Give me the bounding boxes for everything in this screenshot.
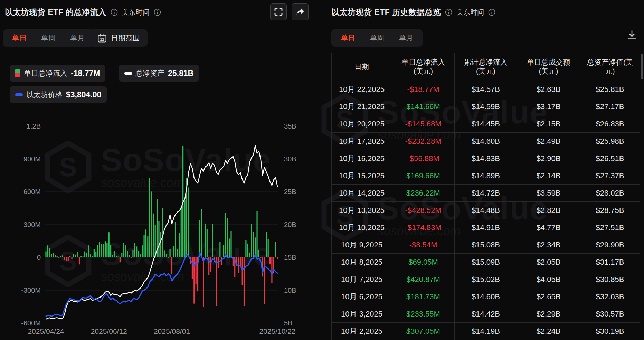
inflow-bar[interactable] [116,256,117,257]
tab-left-1[interactable]: 单周 [34,33,63,43]
inflow-bar[interactable] [120,257,121,262]
inflow-bar[interactable] [219,242,220,257]
inflow-bar[interactable] [58,257,59,258]
inflow-bar[interactable] [92,256,93,257]
table-scrollbar[interactable] [641,54,643,79]
inflow-bar[interactable] [181,207,182,257]
inflow-bar[interactable] [230,231,231,257]
inflow-bar[interactable] [112,255,113,257]
inflow-bar[interactable] [75,255,76,257]
inflow-bar[interactable] [166,254,167,257]
inflow-bar[interactable] [155,225,156,257]
inflow-bar[interactable] [153,214,154,257]
date-range-button[interactable]: 12 日期范围 [90,29,148,47]
inflow-bar[interactable] [158,221,159,257]
total-net-assets-line[interactable] [46,145,277,319]
inflow-bar[interactable] [225,213,226,257]
inflow-bar[interactable] [99,242,100,257]
inflow-bar[interactable] [47,245,48,257]
inflow-bar[interactable] [244,257,245,306]
inflow-bar[interactable] [240,257,241,266]
tab-left-2[interactable]: 单月 [63,33,92,43]
table-row[interactable]: 10月 9,2025-$8.54M$15.08B$2.34B$29.90B [331,236,640,253]
inflow-bar[interactable] [68,257,69,261]
table-row[interactable]: 10月 10,2025-$174.83M$14.91B$4.77B$27.51B [331,219,640,236]
inflow-bar[interactable] [147,236,148,257]
inflow-bar[interactable] [86,253,87,257]
inflow-bar[interactable] [196,257,197,284]
inflow-bar[interactable] [271,257,272,283]
inflow-bar[interactable] [73,254,74,258]
table-row[interactable]: 10月 2,2025$307.05M$14.19B$2.24B$30.19B [331,322,640,340]
inflow-bar[interactable] [79,257,80,264]
inflow-bar[interactable] [242,257,243,285]
table-row[interactable]: 10月 14,2025$236.22M$14.72B$3.59B$28.02B [331,184,640,201]
inflow-bar[interactable] [132,250,133,257]
inflow-bar[interactable] [170,249,171,257]
inflow-bar[interactable] [201,209,202,257]
inflow-bar[interactable] [277,257,278,259]
inflow-bar[interactable] [245,240,246,257]
table-row[interactable]: 10月 21,2025$141.66M$14.59B$3.17B$27.17B [331,98,640,115]
inflow-bar[interactable] [149,178,150,257]
table-row[interactable]: 10月 6,2025$181.73M$14.60B$2.65B$32.03B [331,288,640,305]
tab-right-1[interactable]: 单周 [362,33,391,43]
tab-right-0[interactable]: 单日 [333,33,362,43]
legend-total-assets[interactable]: 总净资产 25.81B [119,65,199,82]
inflow-bar[interactable] [256,211,257,257]
inflow-bar[interactable] [247,244,248,257]
inflow-bar[interactable] [97,245,98,257]
inflow-bar[interactable] [84,252,85,257]
inflow-bar[interactable] [260,257,261,258]
inflow-bar[interactable] [160,232,161,257]
inflow-bar[interactable] [212,224,213,257]
inflow-bar[interactable] [171,257,172,274]
legend-eth-price[interactable]: 以太坊价格 $3,804.00 [10,86,107,103]
inflow-bar[interactable] [66,257,67,261]
inflow-bar[interactable] [106,243,107,257]
inflow-bar[interactable] [223,245,224,257]
inflow-bar[interactable] [69,256,70,257]
inflow-bar[interactable] [199,220,200,257]
inflow-bar[interactable] [253,232,254,257]
info-icon[interactable] [154,9,161,16]
inflow-bar[interactable] [64,257,65,260]
net-inflow-chart[interactable]: 1.2B35B900M30B600M25B300M20B015B-300M10B… [0,0,323,340]
table-row[interactable]: 10月 17,2025-$232.28M$14.60B$2.49B$25.98B [331,132,640,150]
inflow-bar[interactable] [227,218,228,257]
inflow-bar[interactable] [173,246,174,257]
table-row[interactable]: 10月 8,2025$69.05M$15.09B$2.05B$31.17B [331,253,640,271]
inflow-bar[interactable] [131,257,132,258]
inflow-bar[interactable] [60,256,61,257]
inflow-bar[interactable] [275,242,276,257]
inflow-bar[interactable] [103,244,104,257]
inflow-bar[interactable] [192,257,193,279]
inflow-bar[interactable] [101,244,102,257]
tab-left-0[interactable]: 单日 [5,33,34,43]
share-button[interactable] [292,3,309,20]
inflow-bar[interactable] [249,253,250,257]
inflow-bar[interactable] [45,252,46,257]
inflow-bar[interactable] [71,257,72,259]
table-row[interactable]: 10月 20,2025-$145.68M$14.45B$2.15B$26.83B [331,115,640,132]
table-row[interactable]: 10月 22,2025-$18.77M$14.57B$2.63B$25.81B [331,81,640,98]
inflow-bar[interactable] [49,248,50,257]
inflow-bar[interactable] [108,232,110,257]
inflow-bar[interactable] [88,245,89,257]
fullscreen-button[interactable] [270,3,287,20]
inflow-bar[interactable] [251,224,252,257]
inflow-bar[interactable] [264,257,265,304]
table-row[interactable]: 10月 7,2025$420.87M$15.02B$4.05B$30.85B [331,271,640,288]
inflow-bar[interactable] [51,254,52,258]
inflow-bar[interactable] [77,252,78,257]
legend-daily-inflow[interactable]: 单日总净流入 -18.77M [10,65,105,82]
inflow-bar[interactable] [134,243,135,257]
inflow-bar[interactable] [83,256,84,257]
inflow-bar[interactable] [94,249,95,257]
inflow-bar[interactable] [210,257,211,272]
inflow-bar[interactable] [57,256,58,257]
inflow-bar[interactable] [216,257,217,306]
inflow-bar[interactable] [138,251,139,257]
inflow-bar[interactable] [80,256,82,257]
inflow-bar[interactable] [258,250,259,257]
